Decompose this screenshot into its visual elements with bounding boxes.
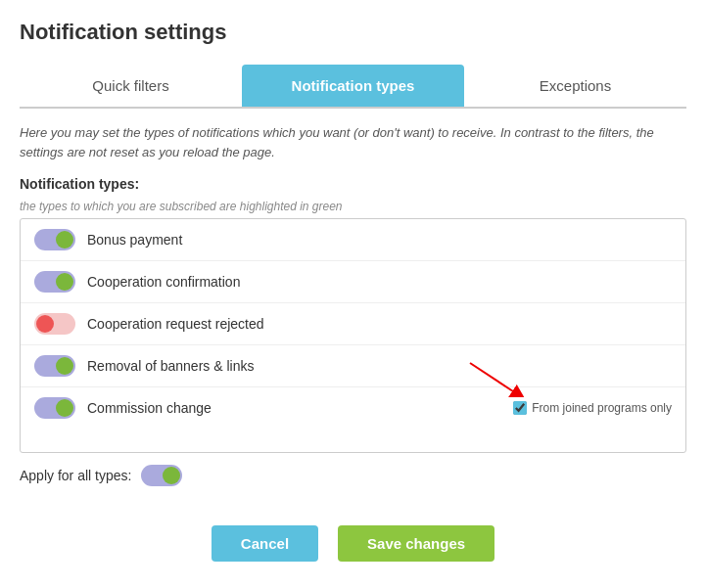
toggle-bonus-payment[interactable] (34, 229, 75, 250)
description-text: Here you may set the types of notificati… (20, 123, 686, 161)
tab-notification-types[interactable]: Notification types (242, 65, 464, 107)
from-joined-area: From joined programs only (513, 401, 672, 415)
apply-all-label: Apply for all types: (20, 468, 131, 483)
apply-all-row: Apply for all types: (20, 465, 686, 486)
from-joined-checkbox[interactable] (513, 401, 527, 415)
notification-item-removal-banners: Removal of banners & links (21, 345, 685, 387)
arrow-annotation (460, 358, 529, 397)
notification-item-commission-change: Commission change From joined programs o… (21, 387, 685, 429)
tab-quick-filters[interactable]: Quick filters (20, 65, 242, 107)
tab-exceptions[interactable]: Exceptions (464, 65, 686, 107)
save-button[interactable]: Save changes (338, 525, 494, 562)
toggle-apply-all[interactable] (141, 465, 182, 486)
toggle-cooperation-rejected[interactable] (34, 313, 75, 335)
notification-label-removal-banners: Removal of banners & links (87, 358, 254, 374)
notification-item-cooperation-rejected: Cooperation request rejected (21, 303, 685, 345)
page-title: Notification settings (20, 20, 686, 45)
notification-list: Bonus payment Cooperation confirmation C… (20, 218, 686, 453)
tabs-container: Quick filters Notification types Excepti… (20, 65, 686, 109)
buttons-row: Cancel Save changes (20, 525, 686, 562)
notification-label-bonus-payment: Bonus payment (87, 232, 182, 248)
notification-item-bonus-payment: Bonus payment (21, 219, 685, 261)
notification-label-cooperation-confirmation: Cooperation confirmation (87, 274, 240, 290)
section-title: Notification types: (20, 176, 686, 192)
svg-line-0 (470, 363, 519, 395)
subscribed-hint: the types to which you are subscribed ar… (20, 200, 686, 213)
toggle-removal-banners[interactable] (34, 355, 75, 377)
from-joined-label: From joined programs only (532, 401, 672, 415)
toggle-commission-change[interactable] (34, 397, 75, 419)
toggle-cooperation-confirmation[interactable] (34, 271, 75, 293)
notification-label-cooperation-rejected: Cooperation request rejected (87, 316, 264, 332)
notification-item-cooperation-confirmation: Cooperation confirmation (21, 261, 685, 303)
cancel-button[interactable]: Cancel (212, 525, 318, 562)
notification-label-commission-change: Commission change (87, 400, 212, 416)
